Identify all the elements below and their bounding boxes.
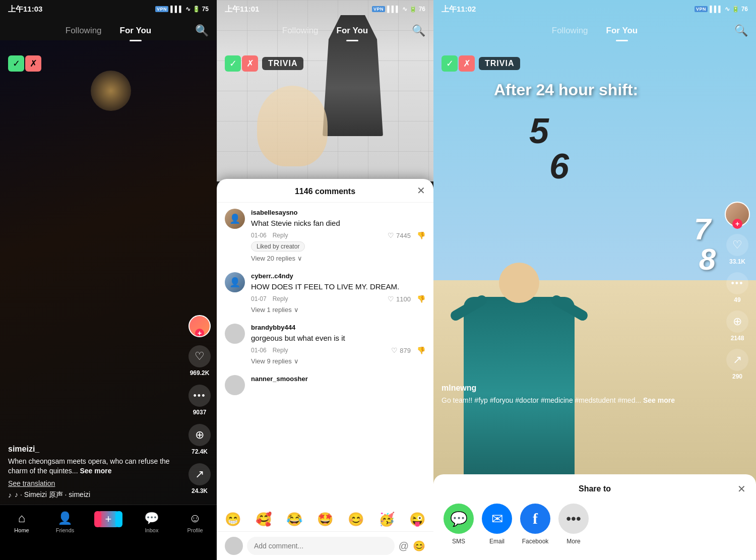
- nav-add[interactable]: +: [87, 511, 130, 527]
- comments-list[interactable]: 👤 isabellesaysno What Stevie nicks fan d…: [217, 203, 433, 509]
- emoji-grin[interactable]: 😁: [225, 512, 241, 527]
- comment-icon-3[interactable]: •••: [726, 272, 748, 294]
- tab-foryou-2[interactable]: For You: [328, 18, 377, 43]
- nav-inbox[interactable]: 💬 Inbox: [130, 511, 173, 533]
- comment-btn-3[interactable]: ••• 49: [726, 272, 748, 303]
- vpn-badge-2: VPN: [372, 6, 385, 12]
- share-header: Share to ✕: [444, 484, 746, 493]
- tab-foryou-3[interactable]: For You: [597, 18, 647, 43]
- comment-body-4: nanner_smoosher: [251, 375, 425, 395]
- see-more-3[interactable]: See more: [643, 396, 675, 404]
- creator-avatar-1[interactable]: [188, 315, 211, 337]
- tab-following-2[interactable]: Following: [273, 18, 328, 43]
- nav-home[interactable]: ⌂ Home: [0, 511, 43, 533]
- comment-input-row: @ 😊: [217, 531, 433, 560]
- share-more[interactable]: ••• More: [558, 504, 589, 545]
- comment-item-4: nanner_smoosher: [225, 375, 425, 395]
- bookmark-count-1: 72.4K: [192, 448, 208, 455]
- share-btn-3[interactable]: ↗ 290: [726, 349, 748, 380]
- bookmark-icon-1[interactable]: ⊕: [188, 424, 211, 446]
- vpn-badge-1: VPN: [155, 6, 168, 12]
- emoji-smile[interactable]: 😊: [348, 512, 364, 527]
- more-icon[interactable]: •••: [558, 504, 589, 534]
- comment-body-2: cyberr..c4ndy HOW DOES IT FEEL TO LIVE M…: [251, 272, 425, 314]
- creator-avatar-3[interactable]: +: [725, 202, 750, 227]
- status-bar-3: 上午11:02 VPN ▌▌▌ ∿ 🔋 76: [433, 0, 756, 18]
- search-icon-3[interactable]: 🔍: [734, 24, 748, 37]
- view-replies-1[interactable]: View 20 replies ∨: [251, 255, 425, 262]
- dislike-icon-c2[interactable]: 👎: [417, 295, 425, 303]
- tab-following-1[interactable]: Following: [56, 18, 111, 43]
- comment-item-2: 👤 cyberr..c4ndy HOW DOES IT FEEL TO LIVE…: [225, 272, 425, 314]
- comment-avatar-4: [225, 375, 245, 395]
- at-icon[interactable]: @: [399, 540, 409, 552]
- heart-icon-c2[interactable]: ♡: [388, 295, 394, 303]
- heart-icon-c1[interactable]: ♡: [388, 231, 394, 239]
- nav-friends[interactable]: 👤 Friends: [43, 511, 87, 533]
- like-btn-1[interactable]: ♡ 969.2K: [188, 345, 211, 377]
- heart-count-c3: 879: [400, 347, 411, 354]
- comment-text-3: gorgeous but what even is it: [251, 333, 425, 343]
- comment-icon-1[interactable]: •••: [188, 385, 211, 407]
- heart-icon-3[interactable]: ♡: [726, 234, 748, 256]
- add-button[interactable]: +: [97, 511, 120, 527]
- share-close-btn[interactable]: ✕: [737, 483, 746, 495]
- share-btn-1[interactable]: ↗ 24.3K: [188, 463, 211, 494]
- comment-text-2: HOW DOES IT FEEL TO LIVE MY. DREAM.: [251, 281, 425, 292]
- vpn-badge-3: VPN: [695, 6, 708, 12]
- liked-by-creator-badge: Liked by creator: [251, 241, 305, 252]
- view-replies-3[interactable]: View 9 replies ∨: [251, 357, 425, 365]
- emoji-party[interactable]: 🥳: [379, 512, 395, 527]
- panel-2: 上午11:01 VPN ▌▌▌ ∿ 🔋 76 Following For You…: [217, 0, 433, 560]
- bottom-info-3: mlnewng Go team!! #fyp #foryou #doctor #…: [442, 384, 716, 409]
- comment-input[interactable]: [247, 537, 395, 555]
- email-label: Email: [489, 538, 505, 545]
- heart-icon-c3[interactable]: ♡: [391, 346, 398, 354]
- reply-btn-3[interactable]: Reply: [273, 347, 288, 354]
- see-more-1[interactable]: See more: [80, 467, 111, 475]
- search-icon-1[interactable]: 🔍: [195, 24, 209, 37]
- reply-btn-2[interactable]: Reply: [273, 295, 288, 302]
- reply-btn-1[interactable]: Reply: [273, 232, 288, 239]
- bookmark-btn-1[interactable]: ⊕ 72.4K: [188, 424, 211, 455]
- email-icon[interactable]: ✉: [482, 504, 512, 534]
- emoji-picker-icon[interactable]: 😊: [413, 540, 425, 552]
- nav-profile[interactable]: ☺ Profile: [173, 511, 217, 533]
- comment-likes-1: ♡ 7445 👎: [388, 231, 425, 239]
- share-icon-3[interactable]: ↗: [726, 349, 748, 371]
- emoji-wink[interactable]: 😜: [409, 512, 425, 527]
- emoji-laugh[interactable]: 😂: [286, 512, 302, 527]
- share-facebook[interactable]: f Facebook: [520, 504, 550, 545]
- facebook-label: Facebook: [522, 538, 549, 545]
- trivia-x-2: ✗: [242, 55, 258, 72]
- share-email[interactable]: ✉ Email: [482, 504, 512, 545]
- comment-btn-1[interactable]: ••• 9037: [188, 385, 211, 416]
- battery-icon-2: 🔋: [409, 6, 417, 13]
- bookmark-btn-3[interactable]: ⊕ 2148: [726, 310, 748, 342]
- battery-icon-3: 🔋: [732, 6, 739, 13]
- dislike-icon-c3[interactable]: 👎: [417, 346, 425, 354]
- comment-body-1: isabellesaysno What Stevie nicks fan die…: [251, 209, 425, 262]
- facebook-icon[interactable]: f: [520, 504, 550, 534]
- status-icons-3: VPN ▌▌▌ ∿ 🔋 76: [695, 6, 748, 13]
- comment-count-1: 9037: [193, 409, 207, 416]
- heart-icon-1[interactable]: ♡: [188, 345, 211, 367]
- dislike-icon-c1[interactable]: 👎: [417, 231, 425, 239]
- like-count-1: 969.2K: [190, 369, 210, 377]
- like-btn-3[interactable]: ♡ 33.1K: [726, 234, 748, 265]
- emoji-hearts[interactable]: 🥰: [256, 512, 272, 527]
- avatar-btn-1[interactable]: [188, 315, 211, 337]
- share-sms[interactable]: 💬 SMS: [444, 504, 474, 545]
- comments-close-btn[interactable]: ✕: [417, 185, 425, 196]
- view-replies-2[interactable]: View 1 replies ∨: [251, 306, 425, 314]
- bookmark-icon-3[interactable]: ⊕: [726, 310, 748, 333]
- translation-btn-1[interactable]: See translation: [8, 479, 181, 487]
- emoji-starstruck[interactable]: 🤩: [317, 512, 333, 527]
- comment-username-4: nanner_smoosher: [251, 375, 425, 383]
- sms-icon[interactable]: 💬: [444, 504, 474, 534]
- tab-foryou-1[interactable]: For You: [111, 18, 161, 43]
- trivia-check-2: ✓: [225, 55, 241, 72]
- tab-following-3[interactable]: Following: [543, 18, 597, 43]
- search-icon-2[interactable]: 🔍: [412, 24, 425, 37]
- share-icon-1[interactable]: ↗: [188, 463, 211, 485]
